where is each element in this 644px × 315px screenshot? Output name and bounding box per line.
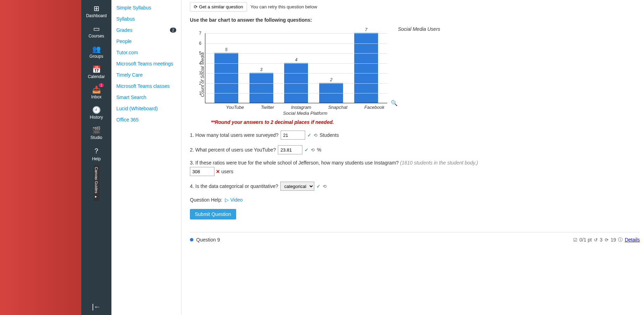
nav-grades[interactable]: Grades2 (111, 24, 181, 36)
rounding-note: **Round your answers to 2 decimal places… (211, 119, 640, 125)
chart-title: Social Media Users (198, 26, 640, 32)
inbox-badge: 1 (99, 83, 104, 87)
check-icon: ✓ (316, 183, 321, 189)
question-4: 4. Is the data categorical or quantitati… (190, 182, 640, 191)
y-tick: 1 (199, 91, 201, 96)
rail-label: History (90, 115, 103, 120)
canvas-global-nav: ⊞ Dashboard ▭ Courses 👥 Groups 📅 Calenda… (81, 0, 111, 315)
nav-lucid[interactable]: Lucid (Whiteboard) (111, 103, 181, 114)
x-icon: ✕ (216, 169, 220, 174)
y-tick: 6 (199, 41, 201, 46)
grades-badge: 2 (170, 28, 176, 33)
y-tick: 5 (199, 51, 201, 56)
rollback-icon[interactable]: ⟲ (323, 184, 327, 189)
rail-dashboard[interactable]: ⊞ Dashboard (81, 1, 111, 22)
chart-x-categories: YouTubeTwitterInstagramSnapchatFacebook (214, 105, 396, 110)
question-footer: Question 9 ☑ 0/1 pt ↺ 3 ⟳ 19 ⓘ Details (190, 232, 640, 243)
bar-value-label: 4 (295, 57, 297, 62)
score-icon: ☑ (573, 237, 577, 243)
chart-zoom-icon[interactable]: 🔍 (391, 100, 398, 106)
groups-icon: 👥 (81, 45, 111, 53)
video-icon: ▷ (225, 197, 229, 203)
question-help-row: Question Help: ▷ Video (190, 197, 640, 203)
nav-smart-search[interactable]: Smart Search (111, 92, 181, 103)
q3-input[interactable] (190, 167, 214, 176)
bar-column: 4 (284, 57, 308, 103)
bar-column: 7 (354, 27, 378, 103)
rail-help[interactable]: ？ Help (81, 144, 111, 165)
rail-label: Groups (89, 54, 103, 59)
nav-people[interactable]: People (111, 36, 181, 47)
refresh-icon: ⟳ (194, 4, 198, 9)
q1-input[interactable] (281, 131, 305, 140)
courses-icon: ▭ (81, 24, 111, 33)
rollback-icon[interactable]: ⟲ (314, 133, 317, 138)
score-text: 0/1 pt (580, 237, 592, 243)
y-tick: 4 (199, 61, 201, 66)
inbox-icon: 📥 (81, 85, 111, 94)
nav-simple-syllabus[interactable]: Simple Syllabus (111, 2, 181, 13)
studio-icon: 🎬 (81, 126, 111, 134)
x-category: Snapchat (328, 105, 348, 110)
rail-label: Help (92, 156, 101, 161)
course-nav: Simple Syllabus Syllabus Grades2 People … (111, 0, 181, 315)
bar-value-label: 2 (330, 77, 333, 82)
x-category: Twitter (261, 105, 274, 110)
question-status-dot (190, 238, 193, 241)
nav-timely-care[interactable]: Timely Care (111, 69, 181, 80)
rollback-icon[interactable]: ⟲ (311, 147, 315, 153)
question-topbar: ⟳ Get a similar question You can retry t… (190, 0, 640, 16)
nav-tutor[interactable]: Tutor.com (111, 47, 181, 58)
dashboard-icon: ⊞ (81, 4, 111, 13)
x-category: YouTube (226, 105, 244, 110)
rail-label: Inbox (91, 94, 101, 99)
check-icon: ✓ (304, 147, 309, 153)
y-tick: 2 (199, 81, 201, 86)
rail-label: Courses (89, 34, 104, 38)
retry-icon: ↺ (594, 237, 598, 243)
nav-teams-meetings[interactable]: Microsoft Teams meetings (111, 58, 181, 69)
x-category: Facebook (364, 105, 384, 110)
attempts-icon: ⟳ (605, 237, 609, 243)
y-tick: 7 (199, 31, 201, 36)
bar-column: 3 (249, 67, 274, 103)
q2-input[interactable] (278, 145, 302, 154)
nav-syllabus[interactable]: Syllabus (111, 13, 181, 24)
submit-question-button[interactable]: Submit Question (190, 209, 236, 219)
canvas-guides-tab[interactable]: Canvas Guides ▸ (94, 165, 100, 201)
question-1: 1. How many total users were surveyed? ✓… (190, 131, 640, 140)
question-3: 3. If these ratios were true for the who… (190, 160, 640, 176)
check-icon: ✓ (307, 132, 311, 138)
x-category: Instagram (291, 105, 311, 110)
nav-office365[interactable]: Office 365 (111, 114, 181, 125)
rail-inbox[interactable]: 1 📥 Inbox (81, 83, 111, 103)
rail-label: Dashboard (86, 13, 107, 18)
bar (214, 53, 238, 103)
q4-select[interactable]: categorical (280, 182, 314, 191)
rail-label: Calendar (88, 74, 105, 79)
rail-calendar[interactable]: 📅 Calendar (81, 62, 111, 83)
question-2: 2. What percent of users use YouTube? ✓ … (190, 145, 640, 154)
bar-value-label: 5 (225, 47, 228, 52)
rail-groups[interactable]: 👥 Groups (81, 42, 111, 62)
question-number: Question 9 (196, 237, 220, 243)
rail-courses[interactable]: ▭ Courses (81, 22, 111, 42)
bar-column: 2 (319, 77, 343, 103)
details-link[interactable]: Details (625, 237, 640, 243)
retry-text: You can retry this question below (251, 4, 317, 9)
help-icon: ？ (81, 146, 111, 156)
question-content: ⟳ Get a similar question You can retry t… (181, 0, 644, 315)
nav-teams-classes[interactable]: Microsoft Teams classes (111, 80, 181, 92)
bar (249, 73, 273, 103)
collapse-nav-button[interactable]: |← (88, 299, 105, 315)
rail-studio[interactable]: 🎬 Studio (81, 123, 111, 144)
bar-value-label: 7 (365, 27, 368, 32)
chart-xlabel: Social Media Platform (214, 111, 396, 116)
question-prompt: Use the bar chart to answer the followin… (190, 17, 640, 23)
help-video-link[interactable]: ▷ Video (225, 197, 242, 203)
rail-label: Studio (90, 135, 102, 140)
similar-question-button[interactable]: ⟳ Get a similar question (190, 2, 247, 12)
bar-value-label: 3 (260, 67, 262, 72)
rail-history[interactable]: 🕘 History (81, 103, 111, 123)
bar (319, 83, 343, 103)
